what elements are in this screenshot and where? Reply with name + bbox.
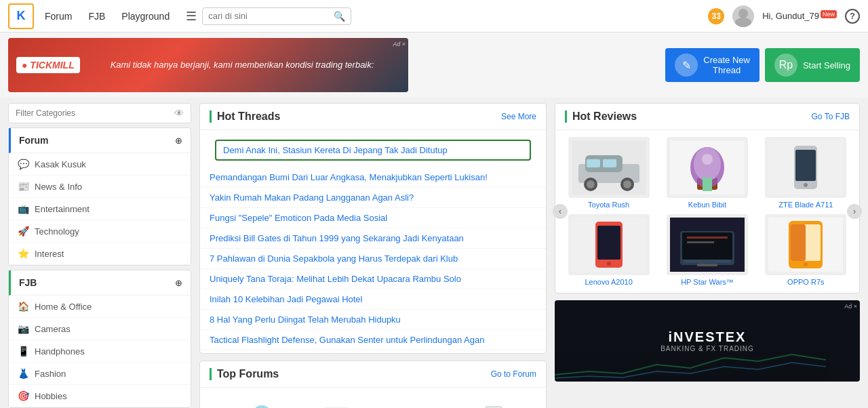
review-card-hp-star-wars[interactable]: HP Star Wars™ bbox=[660, 214, 753, 286]
see-more-link[interactable]: See More bbox=[501, 112, 536, 121]
nav-right: 33 Hi, Gundut_79New ? bbox=[708, 5, 860, 27]
investex-ad-banner[interactable]: Ad × iNVESTEX BANKING & FX TRADING bbox=[555, 300, 860, 382]
sidebar-item-entertainment[interactable]: 📺 Entertainment bbox=[9, 198, 191, 220]
sidebar-item-hobbies[interactable]: 🎯 Hobbies bbox=[9, 385, 191, 407]
svg-rect-63 bbox=[697, 264, 717, 266]
fashion-label: Fashion bbox=[35, 369, 66, 379]
technology-label: Technology bbox=[35, 226, 79, 237]
forum-card-news-info[interactable]: News & Info bbox=[302, 394, 376, 408]
banner-area: ● TICKMILL Kami tidak hanya berjanji, ka… bbox=[0, 33, 868, 98]
top-forums-title: Top Forums bbox=[210, 368, 279, 380]
review-card-oppo-r7s[interactable]: OPPO R7s bbox=[760, 214, 852, 286]
sidebar-forum-title: Forum bbox=[19, 135, 49, 146]
thread-item[interactable]: Inilah 10 Kelebihan Jadi Pegawai Hotel bbox=[200, 289, 546, 310]
sidebar-forum-header[interactable]: Forum ⊕ bbox=[9, 128, 191, 153]
svg-rect-62 bbox=[684, 260, 731, 263]
kasak-kusuk-label: Kasak Kusuk bbox=[35, 159, 86, 169]
forum-card-entertainment[interactable]: Entertainment bbox=[379, 394, 454, 408]
handphones-label: Handphones bbox=[35, 346, 85, 356]
nav-forum[interactable]: Forum bbox=[45, 11, 72, 22]
svg-point-2 bbox=[252, 405, 271, 408]
sidebar-item-handphones[interactable]: 📱 Handphones bbox=[9, 340, 191, 363]
thread-item[interactable]: Pemandangan Bumi Dari Luar Angkasa, Mena… bbox=[200, 167, 546, 188]
thread-highlighted[interactable]: Demi Anak Ini, Stasiun Kereta Di Jepang … bbox=[215, 140, 531, 161]
forum-card-kasak-kusuk[interactable]: Kasak Kusuk bbox=[224, 394, 299, 408]
sidebar-fjb-section: FJB ⊕ 🏠 Home & Office 📷 Cameras 📱 Handph… bbox=[8, 270, 191, 408]
android-forum-icon bbox=[549, 400, 593, 408]
sidebar-item-technology[interactable]: 🚀 Technology bbox=[9, 220, 191, 243]
sidebar-fjb-header[interactable]: FJB ⊕ bbox=[9, 270, 191, 295]
sidebar-item-interest[interactable]: ⭐ Interest bbox=[9, 243, 191, 265]
sidebar-item-fashion[interactable]: 👗 Fashion bbox=[9, 363, 191, 385]
sidebar-fjb-title: FJB bbox=[19, 277, 37, 288]
sidebar-item-news-info[interactable]: 📰 News & Info bbox=[9, 176, 191, 198]
thread-list: Demi Anak Ini, Stasiun Kereta Di Jepang … bbox=[200, 130, 546, 353]
review-card-zte-blade[interactable]: ZTE Blade A711 bbox=[760, 137, 852, 209]
help-icon[interactable]: ? bbox=[845, 9, 860, 24]
svg-rect-57 bbox=[597, 226, 620, 260]
eye-icon[interactable]: 👁 bbox=[174, 108, 184, 119]
top-forums-header: Top Forums Go to Forum bbox=[200, 361, 546, 388]
create-thread-button[interactable]: ✎ Create New Thread bbox=[665, 48, 760, 82]
thread-item[interactable]: 8 Hal Yang Perlu Diingat Telah Merubah H… bbox=[200, 310, 546, 330]
interest-label: Interest bbox=[35, 249, 64, 259]
hamburger-icon[interactable]: ☰ bbox=[186, 9, 197, 24]
thread-item[interactable]: Uniquely Tana Toraja: Melihat Lebih Deka… bbox=[200, 269, 546, 289]
entertainment-icon: 📺 bbox=[17, 203, 29, 214]
avatar[interactable] bbox=[732, 5, 754, 27]
svg-point-42 bbox=[623, 180, 631, 188]
home-office-label: Home & Office bbox=[35, 302, 92, 312]
main-content: 👁 Forum ⊕ 💬 Kasak Kusuk 📰 News & Info 📺 … bbox=[0, 98, 868, 408]
review-card-kebun-bibit[interactable]: Kebun Bibit bbox=[660, 137, 753, 209]
start-selling-button[interactable]: Rp Start Selling bbox=[765, 48, 860, 82]
thread-item[interactable]: Tactical Flashlight Defense, Gunakan Sen… bbox=[200, 330, 546, 350]
hot-reviews-header: Hot Reviews Go To FJB bbox=[555, 104, 859, 130]
svg-point-70 bbox=[804, 262, 808, 266]
thread-item[interactable]: Yakin Rumah Makan Padang Langganan Agan … bbox=[200, 188, 546, 208]
hp-star-wars-thumb bbox=[667, 214, 748, 275]
cameras-icon: 📷 bbox=[17, 323, 29, 334]
sidebar-filter-box: 👁 bbox=[8, 103, 191, 123]
svg-rect-69 bbox=[791, 224, 806, 261]
svg-rect-44 bbox=[603, 159, 616, 167]
fjb-toggle-icon: ⊕ bbox=[175, 278, 182, 288]
filter-categories-input[interactable] bbox=[16, 108, 174, 118]
forum-card-android[interactable]: Android bbox=[534, 394, 608, 408]
nav-fjb[interactable]: FJB bbox=[88, 11, 105, 22]
svg-point-58 bbox=[607, 262, 611, 266]
thread-item[interactable]: 7 Pahlawan di Dunia Sepakbola yang Harus… bbox=[200, 249, 546, 269]
hot-reviews-box: Hot Reviews Go To FJB ‹ bbox=[555, 103, 860, 293]
kasak-kusuk-forum-icon bbox=[240, 400, 283, 408]
search-input[interactable] bbox=[208, 11, 334, 21]
new-badge: New bbox=[821, 10, 837, 18]
oppo-r7s-name: OPPO R7s bbox=[787, 278, 824, 286]
thread-item[interactable]: Prediksi Bill Gates di Tahun 1999 yang S… bbox=[200, 228, 546, 249]
logo[interactable]: K bbox=[8, 3, 34, 29]
nav-playground[interactable]: Playground bbox=[121, 11, 170, 22]
reviews-prev-button[interactable]: ‹ bbox=[553, 204, 568, 219]
svg-rect-64 bbox=[687, 237, 728, 239]
hobbies-icon: 🎯 bbox=[17, 390, 29, 401]
reviews-next-button[interactable]: › bbox=[847, 204, 862, 219]
start-selling-icon: Rp bbox=[774, 54, 797, 77]
sidebar-item-kasak-kusuk[interactable]: 💬 Kasak Kusuk bbox=[9, 153, 191, 176]
thread-item[interactable]: Fungsi "Sepele" Emoticon Pada Media Sosi… bbox=[200, 208, 546, 228]
go-to-fjb-link[interactable]: Go To FJB bbox=[812, 112, 850, 121]
sidebar-item-home-office[interactable]: 🏠 Home & Office bbox=[9, 295, 191, 318]
review-card-lenovo-a2010[interactable]: Lenovo A2010 bbox=[562, 214, 655, 286]
tickmill-banner[interactable]: ● TICKMILL Kami tidak hanya berjanji, ka… bbox=[8, 38, 408, 92]
review-card-toyota-rush[interactable]: Toyota Rush bbox=[562, 137, 655, 209]
go-to-forum-link[interactable]: Go to Forum bbox=[491, 369, 536, 379]
sidebar-item-cameras[interactable]: 📷 Cameras bbox=[9, 318, 191, 340]
svg-rect-53 bbox=[795, 150, 816, 181]
notification-badge[interactable]: 33 bbox=[708, 8, 724, 24]
search-icon[interactable]: 🔍 bbox=[334, 11, 345, 22]
toyota-rush-thumb bbox=[568, 137, 650, 198]
hp-star-wars-name: HP Star Wars™ bbox=[681, 278, 734, 286]
hot-reviews-title: Hot Reviews bbox=[565, 110, 637, 123]
svg-point-1 bbox=[735, 18, 751, 27]
forum-card-office[interactable]: Office bbox=[456, 394, 531, 408]
tickmill-logo: ● TICKMILL bbox=[16, 57, 80, 73]
top-nav: K Forum FJB Playground ☰ 🔍 33 Hi, Gundut… bbox=[0, 0, 868, 33]
sidebar-forum-section: Forum ⊕ 💬 Kasak Kusuk 📰 News & Info 📺 En… bbox=[8, 127, 191, 266]
